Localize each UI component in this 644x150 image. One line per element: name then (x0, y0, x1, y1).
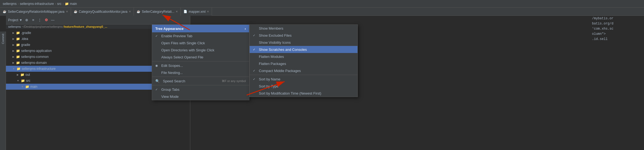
submenu-item-sort-type[interactable]: Sort by Type (250, 83, 358, 90)
tab-categoryqualification[interactable]: ☕ CategoryQualificationMonitor.java ✕ (71, 8, 134, 16)
folder-icon: 📁 (16, 61, 20, 65)
submenu-label-show-members: Show Members (259, 26, 283, 30)
tree-label-domain: sellerqms-domain (21, 61, 47, 65)
submenu-label-show-visibility: Show Visibility Icons (259, 40, 291, 45)
tab-sellercategoryrelati[interactable]: ☕ SellerCategoryRelati... ✕ (134, 8, 181, 16)
chevron-icon: ▶ (12, 32, 14, 34)
folder-icon: 📁 (16, 43, 20, 47)
check-icon: ✓ (155, 34, 159, 38)
menu-label-edit-scopes: Edit Scopes... (161, 64, 183, 68)
submenu-item-compact-middle[interactable]: ✓ Compact Middle Packages (250, 67, 358, 74)
sidebar-minimize-btn[interactable]: — (50, 17, 56, 23)
project-sep: ~/Desktop/proj/serve/sellerqms (22, 25, 63, 28)
tab-label-4: mapper.xml (189, 10, 205, 14)
folder-icon-blue: 📁 (25, 85, 29, 89)
tab-xml-icon: 📄 (183, 10, 187, 13)
sidebar-actions: ⊕ ≡ ⋮ ⚙ — (24, 17, 56, 23)
breadcrumb-sep-1: › (18, 2, 19, 6)
tree-appearance-header: Tree Appearance › (152, 25, 249, 32)
folder-icon: 📁 (17, 67, 21, 71)
sidebar-more-btn[interactable]: ⋮ (37, 17, 43, 23)
folder-icon: 📁 (16, 31, 20, 35)
menu-label-enable-preview: Enable Preview Tab (161, 34, 192, 38)
submenu-item-show-excluded[interactable]: ✓ Show Excluded Files (250, 32, 358, 39)
menu-item-edit-scopes[interactable]: ◉ Edit Scopes... (152, 62, 249, 69)
menu-item-speed-search[interactable]: 🔍 Speed Search ⌘F or any symbol (152, 77, 249, 85)
submenu-label-flatten-packages: Flatten Packages (259, 62, 286, 66)
submenu-label-compact-middle: Compact Middle Packages (259, 69, 301, 73)
chevron-icon: ▶ (17, 73, 19, 76)
menu-item-always-select[interactable]: Always Select Opened File (152, 54, 249, 61)
menu-item-view-mode[interactable]: View Mode (152, 93, 249, 100)
breadcrumb-item-3[interactable]: src (57, 2, 62, 6)
tab-label-1: SellerCategoryRelationInfoMapper.java (8, 10, 65, 14)
breadcrumb-folder-icon: 📁 (65, 2, 69, 6)
tab-close-3[interactable]: ✕ (176, 10, 178, 13)
menu-item-open-dirs[interactable]: Open Directories with Single Click (152, 46, 249, 54)
tab-label-2: CategoryQualificationMonitor.java (79, 10, 127, 14)
check-icon: ✓ (253, 69, 257, 73)
submenu-item-show-visibility[interactable]: Show Visibility Icons (250, 39, 358, 46)
sidebar-gear-btn[interactable]: ⚙ (44, 17, 49, 23)
sidebar-locate-btn[interactable]: ⊕ (24, 17, 30, 23)
chevron-icon: ▶ (12, 49, 14, 52)
code-editor: /mybatis.or batis.org/d 'com.xhs.sc olum… (590, 16, 644, 150)
tree-label-out: out (25, 73, 30, 77)
chevron-icon: ▶ (12, 43, 14, 46)
menu-item-open-single[interactable]: Open Files with Single Click (152, 39, 249, 46)
submenu-label-sort-name: Sort by Name (259, 77, 280, 81)
check-icon: ✓ (253, 77, 257, 81)
chevron-icon: ▶ (12, 61, 14, 64)
submenu-label-show-scratches: Show Scratches and Consoles (259, 48, 307, 52)
menu-label-always-select: Always Select Opened File (161, 55, 203, 59)
submenu-item-sort-modification[interactable]: Sort by Modification Time (Newest First) (250, 90, 358, 97)
sidebar-title: Project ▼ (8, 18, 22, 22)
main-layout: Commit Project ▼ ⊕ ≡ ⋮ ⚙ — sellerqms ~/D… (0, 16, 644, 150)
breadcrumb-sep-3: › (63, 2, 64, 6)
tab-close-4[interactable]: ✕ (207, 10, 209, 13)
tree-appearance-label: Tree Appearance (155, 27, 183, 31)
tab-bar: ☕ SellerCategoryRelationInfoMapper.java … (0, 8, 644, 16)
menu-item-file-nesting[interactable]: File Nesting... (152, 69, 249, 76)
menu-item-group-tabs[interactable]: ✓ Group Tabs (152, 86, 249, 93)
tab-sellercategoryrelation[interactable]: ☕ SellerCategoryRelationInfoMapper.java … (0, 8, 71, 16)
tree-label-common: sellerqms-common (21, 55, 49, 59)
submenu-item-sort-name[interactable]: ✓ Sort by Name (250, 76, 358, 83)
folder-icon: 📁 (21, 79, 25, 83)
submenu-label-sort-type: Sort by Type (259, 84, 279, 88)
code-line-3: 'com.xhs.sc (590, 26, 644, 31)
menu-label-view-mode: View Mode (161, 95, 179, 99)
chevron-icon: ▼ (17, 79, 19, 82)
separator-2 (152, 77, 249, 77)
primary-menu: Tree Appearance › ✓ Enable Preview Tab O… (152, 24, 249, 100)
submenu-item-flatten-packages[interactable]: Flatten Packages (250, 60, 358, 67)
tab-java-icon-3: ☕ (137, 10, 140, 13)
menu-label-file-nesting: File Nesting... (161, 71, 183, 75)
folder-icon: 📁 (16, 55, 20, 59)
menu-label-speed-search: Speed Search (163, 79, 185, 83)
breadcrumb-sep-2: › (55, 2, 56, 6)
tab-mapper-xml[interactable]: 📄 mapper.xml ✕ (181, 8, 212, 16)
chevron-icon: ▼ (21, 85, 24, 88)
breadcrumb-item-4[interactable]: main (70, 2, 77, 6)
check-icon: ✓ (253, 34, 257, 37)
submenu-separator (250, 75, 358, 75)
tree-label-idea: .idea (21, 37, 28, 41)
speed-search-shortcut: ⌘F or any symbol (222, 79, 246, 83)
sidebar-commit-label[interactable]: Commit (1, 34, 5, 44)
submenu-item-show-members[interactable]: Show Members (250, 25, 358, 32)
sidebar-collapse-btn[interactable]: ≡ (31, 17, 36, 23)
separator-1 (152, 61, 249, 61)
code-line-5: .id.sell (590, 36, 644, 42)
breadcrumb-item-1[interactable]: sellerqms (3, 2, 17, 6)
menu-item-enable-preview[interactable]: ✓ Enable Preview Tab (152, 32, 249, 39)
submenu-item-flatten-modules[interactable]: Flatten Modules (250, 53, 358, 60)
submenu-item-show-scratches[interactable]: ✓ Show Scratches and Consoles (250, 46, 358, 53)
menu-label-open-dirs: Open Directories with Single Click (161, 48, 214, 52)
breadcrumb-bar: sellerqms › sellerqms-infrastructure › s… (0, 0, 644, 8)
breadcrumb-item-2[interactable]: sellerqms-infrastructure (20, 2, 54, 6)
tab-close-1[interactable]: ✕ (66, 10, 68, 13)
tab-close-2[interactable]: ✕ (129, 10, 131, 13)
tree-label-infrastructure: sellerqms-infrastructure (22, 67, 56, 71)
folder-icon: 📁 (16, 37, 20, 41)
